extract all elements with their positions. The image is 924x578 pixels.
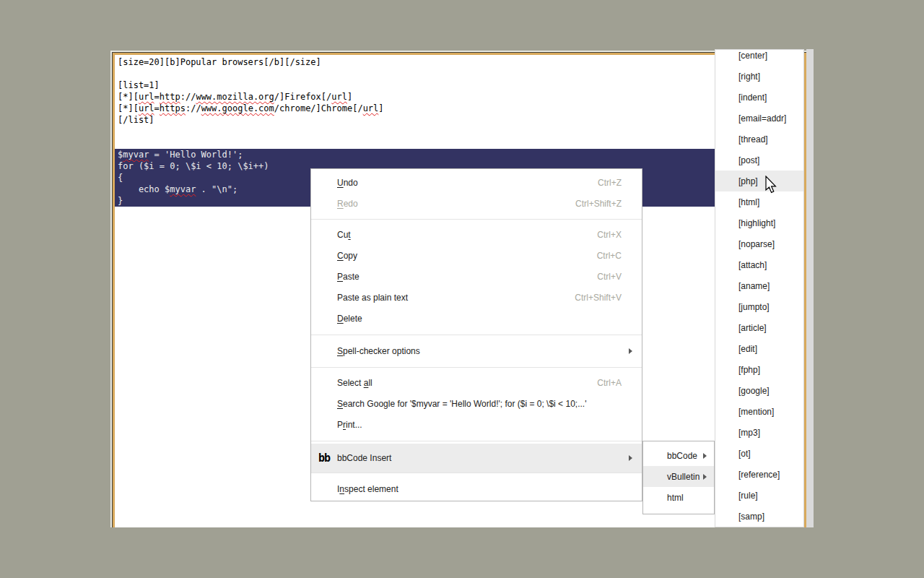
menu-item-delete[interactable]: Delete — [311, 308, 642, 329]
menu-item-submenu-html[interactable]: html — [643, 487, 714, 508]
tag-item-mp3[interactable]: [mp3] — [715, 422, 803, 443]
menu-section: UndoCtrl+ZRedoCtrl+Shift+Z — [311, 169, 642, 220]
menu-item-label: Search Google for '$myvar = 'Hello World… — [337, 399, 586, 409]
tag-item-attach[interactable]: [attach] — [715, 254, 803, 275]
mouse-cursor-icon — [765, 176, 780, 196]
menu-item-label: html — [667, 493, 684, 503]
tag-item-indent[interactable]: [indent] — [715, 87, 803, 108]
shortcut-label: Ctrl+Z — [598, 178, 622, 188]
bbcode-tag-list: [center][right][indent][email=addr][thre… — [715, 49, 803, 527]
tag-item-google[interactable]: [google] — [715, 380, 803, 401]
tag-item-emailaddr[interactable]: [email=addr] — [715, 108, 803, 129]
shortcut-label: Ctrl+Shift+V — [575, 293, 622, 303]
menu-item-undo[interactable]: UndoCtrl+Z — [311, 172, 642, 193]
menu-item-label: Copy — [337, 251, 357, 261]
submenu-arrow-icon — [629, 348, 632, 354]
misspelled-word: www.mozilla.org — [196, 92, 274, 102]
menu-item-spell-checker-options[interactable]: Spell-checker options — [311, 340, 642, 361]
menu-item-submenu-vbulletin[interactable]: vBulletin — [643, 466, 714, 487]
menu-item-paste-as-plain-text[interactable]: Paste as plain textCtrl+Shift+V — [311, 287, 642, 308]
submenu-arrow-icon — [629, 455, 632, 461]
editor-line: [/list] — [118, 114, 804, 126]
tag-item-samp[interactable]: [samp] — [715, 506, 803, 527]
editor-line — [118, 137, 804, 149]
menu-item-redo[interactable]: RedoCtrl+Shift+Z — [311, 193, 642, 214]
menu-item-print[interactable]: Print... — [311, 414, 642, 435]
context-menu: UndoCtrl+ZRedoCtrl+Shift+ZCutCtrl+XCopyC… — [310, 168, 642, 501]
tag-item-fphp[interactable]: [fphp] — [715, 359, 803, 380]
menu-item-label: Cut — [337, 230, 351, 240]
menu-section: bbbbCode Insert — [311, 441, 642, 473]
menu-section: Spell-checker options — [311, 335, 642, 368]
menu-item-label: Inspect element — [337, 484, 398, 494]
tag-item-right[interactable]: [right] — [715, 66, 803, 87]
tag-item-rule[interactable]: [rule] — [715, 485, 803, 506]
menu-item-label: Undo — [337, 178, 358, 188]
editor-text: [size=20][b]Popular browsers[/b][/size] … — [118, 56, 804, 149]
editor-line: [list=1] — [118, 79, 804, 91]
tag-item-php[interactable]: [php] — [715, 171, 803, 191]
tag-item-thread[interactable]: [thread] — [715, 129, 803, 150]
tag-item-center[interactable]: [center] — [715, 49, 803, 66]
menu-item-label: bbCode — [667, 451, 697, 461]
shortcut-label: Ctrl+V — [597, 272, 622, 282]
tag-item-edit[interactable]: [edit] — [715, 338, 803, 359]
menu-item-inspect-element[interactable]: Inspect element — [311, 478, 642, 499]
submenu-arrow-icon — [703, 474, 707, 480]
shortcut-label: Ctrl+X — [597, 230, 622, 240]
menu-item-label: Paste as plain text — [337, 293, 408, 303]
tag-item-ot[interactable]: [ot] — [715, 443, 803, 464]
menu-item-label: Print... — [337, 420, 362, 430]
misspelled-word: url — [139, 103, 154, 113]
menu-item-paste[interactable]: PasteCtrl+V — [311, 266, 642, 287]
menu-item-label: Delete — [337, 314, 362, 324]
tag-item-post[interactable]: [post] — [715, 150, 803, 171]
misspelled-word: http — [160, 92, 180, 102]
bbcode-tag-panel: [center][right][indent][email=addr][thre… — [715, 49, 804, 527]
editor-line — [118, 68, 804, 79]
editor-line: $myvar = 'Hello World!'; — [118, 149, 804, 160]
tag-item-html[interactable]: [html] — [715, 191, 803, 212]
tag-item-noparse[interactable]: [noparse] — [715, 233, 803, 254]
bbcode-extension-icon: bb — [318, 451, 330, 465]
menu-item-bbcode-insert[interactable]: bbbbCode Insert — [311, 444, 642, 473]
tag-item-jumpto[interactable]: [jumpto] — [715, 296, 803, 317]
menu-item-label: Paste — [337, 272, 359, 282]
misspelled-word: www.google.com — [201, 103, 274, 113]
menu-item-label: vBulletin — [667, 472, 699, 482]
menu-item-label: Spell-checker options — [337, 346, 420, 356]
editor-line: [size=20][b]Popular browsers[/b][/size] — [118, 56, 804, 68]
editor-line: [*][url=http://www.mozilla.org/]Firefox[… — [118, 91, 804, 103]
tag-item-article[interactable]: [article] — [715, 317, 803, 338]
tag-item-reference[interactable]: [reference] — [715, 464, 803, 485]
menu-item-search-google[interactable]: Search Google for '$myvar = 'Hello World… — [311, 393, 642, 414]
tag-item-mention[interactable]: [mention] — [715, 401, 803, 422]
menu-item-label: Select all — [337, 378, 372, 388]
menu-item-label: bbCode Insert — [337, 453, 391, 463]
menu-item-submenu-bbcode[interactable]: bbCode — [643, 445, 714, 466]
menu-item-cut[interactable]: CutCtrl+X — [311, 224, 642, 245]
menu-section: CutCtrl+XCopyCtrl+CPasteCtrl+VPaste as p… — [311, 220, 642, 335]
tag-panel-scrollbar[interactable] — [806, 49, 814, 527]
misspelled-word: url — [139, 92, 154, 102]
menu-item-select-all[interactable]: Select allCtrl+A — [311, 372, 642, 393]
tag-item-highlight[interactable]: [highlight] — [715, 212, 803, 233]
submenu-arrow-icon — [703, 453, 707, 459]
bbcode-insert-submenu: bbCodevBulletinhtml — [642, 441, 715, 514]
misspelled-word: https — [160, 103, 186, 113]
editor-line — [118, 126, 804, 137]
shortcut-label: Ctrl+C — [597, 251, 622, 261]
tag-item-aname[interactable]: [aname] — [715, 275, 803, 296]
shortcut-label: Ctrl+A — [597, 378, 622, 388]
shortcut-label: Ctrl+Shift+Z — [575, 199, 622, 209]
menu-section: Select allCtrl+ASearch Google for '$myva… — [311, 368, 642, 441]
editor-line: [*][url=https://www.google.com/chrome/]C… — [118, 103, 804, 114]
menu-item-copy[interactable]: CopyCtrl+C — [311, 245, 642, 266]
misspelled-word: url — [331, 92, 347, 102]
menu-item-label: Redo — [337, 199, 358, 209]
menu-section: Inspect element — [311, 473, 642, 501]
misspelled-word: myvar — [170, 184, 196, 194]
misspelled-word: url — [363, 103, 379, 113]
misspelled-word: myvar — [123, 150, 149, 160]
